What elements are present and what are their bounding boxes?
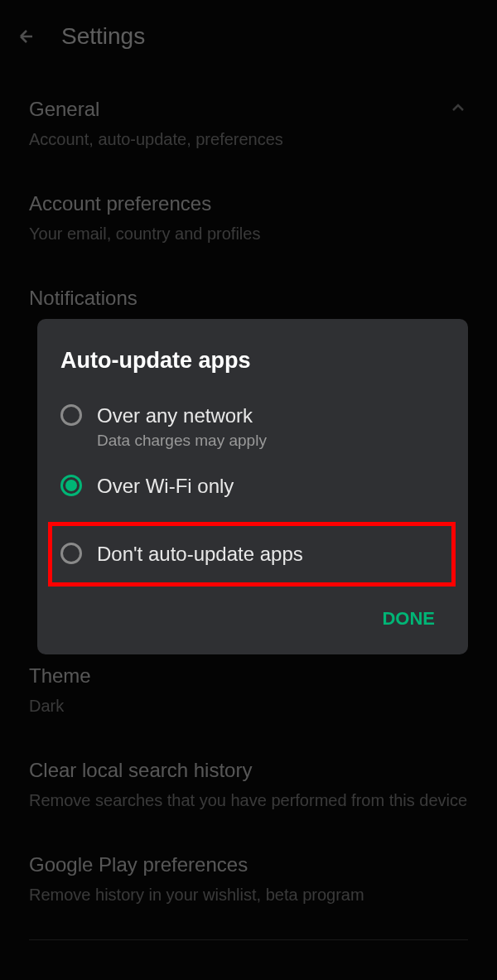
modal-actions: DONE <box>60 601 445 636</box>
radio-label: Over any network <box>97 403 445 428</box>
done-button[interactable]: DONE <box>372 601 445 636</box>
radio-option-any-network[interactable]: Over any network Data charges may apply <box>60 403 445 450</box>
radio-option-wifi-only[interactable]: Over Wi-Fi only <box>60 473 445 499</box>
radio-sublabel: Data charges may apply <box>97 432 445 450</box>
radio-button-icon <box>60 543 82 564</box>
modal-title: Auto-update apps <box>60 348 445 374</box>
radio-text: Over Wi-Fi only <box>97 473 445 499</box>
radio-label: Don't auto-update apps <box>97 541 443 567</box>
radio-option-dont-update[interactable]: Don't auto-update apps <box>48 522 456 586</box>
auto-update-modal: Auto-update apps Over any network Data c… <box>37 319 468 654</box>
radio-inner-dot <box>65 480 77 491</box>
radio-button-icon <box>60 404 82 426</box>
radio-label: Over Wi-Fi only <box>97 473 445 499</box>
radio-button-selected-icon <box>60 475 82 496</box>
radio-text: Over any network Data charges may apply <box>97 403 445 450</box>
radio-text: Don't auto-update apps <box>97 541 443 567</box>
